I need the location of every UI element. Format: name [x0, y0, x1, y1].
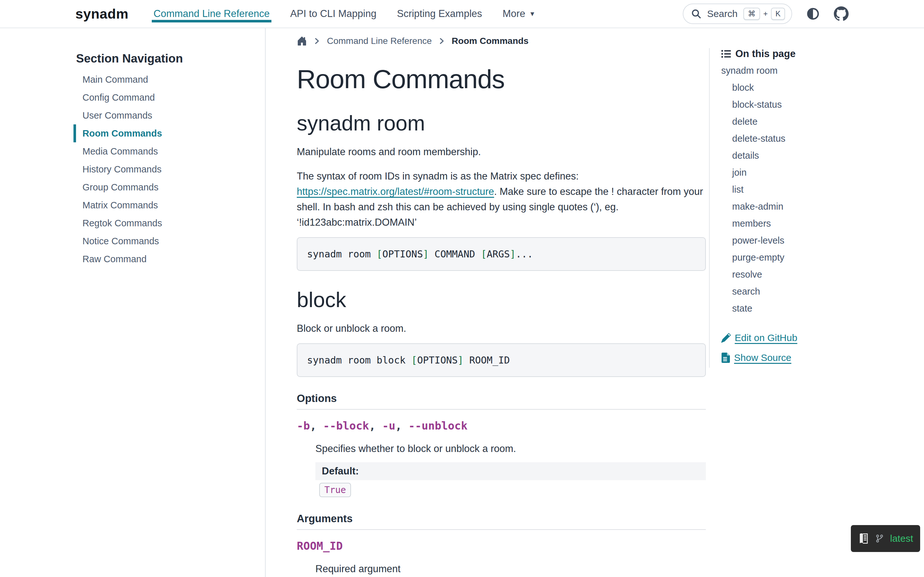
top-navigation: Command Line Reference API to CLI Mappin…	[153, 0, 535, 27]
list-icon	[721, 49, 731, 59]
main-content: Command Line Reference Room Commands Roo…	[266, 28, 709, 577]
argument-name: ROOM_ID	[297, 540, 706, 552]
breadcrumb: Command Line Reference Room Commands	[297, 36, 706, 46]
toc-item: members	[721, 215, 914, 232]
toc-item: join	[721, 164, 914, 181]
toc-item: delete-status	[721, 130, 914, 147]
theme-toggle-button[interactable]	[806, 7, 820, 21]
github-link[interactable]	[834, 6, 849, 21]
option-signature: -b, --block, -u, --unblock	[297, 419, 706, 432]
default-value-wrap: True	[319, 483, 706, 497]
sidebar-item-notice-commands: Notice Commands	[82, 232, 252, 250]
nav-command-line-reference[interactable]: Command Line Reference	[153, 0, 270, 27]
divider	[297, 409, 706, 410]
toc-item: block-status	[721, 96, 914, 113]
breadcrumb-current: Room Commands	[452, 36, 529, 46]
toc-item: resolve	[721, 266, 914, 283]
heading-block: block	[297, 287, 706, 312]
nav-api-to-cli-mapping[interactable]: API to CLI Mapping	[290, 0, 376, 27]
toc-item: list	[721, 181, 914, 198]
sidebar-item-group-commands: Group Commands	[82, 178, 252, 196]
header-actions: Search ⌘ + K	[683, 3, 849, 24]
git-branch-icon	[876, 533, 884, 544]
home-icon	[297, 36, 307, 46]
page-title: Room Commands	[297, 64, 706, 94]
sidebar-item-raw-command: Raw Command	[82, 250, 252, 268]
sidebar-item-history-commands: History Commands	[82, 160, 252, 178]
search-icon	[691, 9, 701, 19]
sidebar-item-media-commands: Media Commands	[82, 142, 252, 160]
logo[interactable]: synadm	[75, 6, 129, 22]
toc-item: details	[721, 147, 914, 164]
matrix-spec-link[interactable]: https://spec.matrix.org/latest/#room-str…	[297, 186, 494, 197]
edit-on-github-link[interactable]: Edit on GitHub	[721, 332, 914, 343]
readthedocs-version-flyout[interactable]: latest	[851, 525, 920, 552]
sidebar-title: Section Navigation	[76, 52, 252, 65]
heading-synadm-room: synadm room	[297, 111, 706, 135]
book-icon	[858, 531, 869, 546]
version-label: latest	[890, 533, 913, 544]
option-description: Specifies whether to block or unblock a …	[315, 441, 706, 456]
toc-item: state	[721, 300, 914, 317]
options-rubric: Options	[297, 392, 706, 405]
breadcrumb-parent[interactable]: Command Line Reference	[327, 36, 432, 46]
toc-item: synadm room	[721, 62, 914, 79]
toc-item: purge-empty	[721, 249, 914, 266]
chevron-right-icon	[313, 37, 320, 45]
show-source-link[interactable]: Show Source	[721, 352, 914, 363]
paragraph: Manipulate rooms and room membership.	[297, 144, 706, 160]
arguments-rubric: Arguments	[297, 513, 706, 525]
toc-item: block	[721, 79, 914, 96]
pencil-icon	[721, 333, 731, 343]
nav-scripting-examples[interactable]: Scripting Examples	[397, 0, 482, 27]
code-block-room-block: synadm room block [OPTIONS] ROOM_ID	[297, 343, 706, 377]
code-block-synadm-room: synadm room [OPTIONS] COMMAND [ARGS]...	[297, 237, 706, 271]
search-label: Search	[707, 8, 738, 19]
sidebar-item-room-commands: Room Commands	[82, 124, 252, 142]
kbd-plus: +	[763, 9, 768, 18]
on-this-page-sidebar: On this page synadm room block block-sta…	[709, 28, 924, 577]
toc-item: search	[721, 283, 914, 300]
sidebar-item-user-commands: User Commands	[82, 106, 252, 124]
toc-title: On this page	[721, 48, 914, 60]
sidebar-item-matrix-commands: Matrix Commands	[82, 196, 252, 214]
file-icon	[721, 353, 730, 363]
header: synadm Command Line Reference API to CLI…	[0, 0, 924, 28]
default-label: Default:	[315, 462, 706, 480]
sidebar-item-regtok-commands: Regtok Commands	[82, 214, 252, 232]
paragraph: Block or unblock a room.	[297, 321, 706, 336]
toc-item: make-admin	[721, 198, 914, 215]
search-button[interactable]: Search ⌘ + K	[683, 3, 792, 24]
light-dark-mode-icon	[806, 7, 820, 21]
kbd-k: K	[771, 8, 785, 20]
chevron-down-icon: ▼	[529, 10, 535, 18]
chevron-right-icon	[438, 37, 445, 45]
default-value: True	[319, 483, 351, 497]
paragraph: The syntax of room IDs in synadm is as t…	[297, 169, 706, 230]
kbd-cmd: ⌘	[743, 8, 760, 20]
toc-item: delete	[721, 113, 914, 130]
sidebar-item-main-command: Main Command	[82, 71, 252, 89]
section-block: block Block or unblock a room. synadm ro…	[297, 287, 706, 577]
breadcrumb-home[interactable]	[297, 36, 307, 46]
toc-item: power-levels	[721, 232, 914, 249]
section-navigation-sidebar: Section Navigation Main Command Config C…	[0, 28, 266, 577]
argument-description: Required argument	[315, 561, 706, 577]
github-icon	[834, 6, 849, 21]
nav-more[interactable]: More ▼	[503, 0, 535, 27]
sidebar-item-config-command: Config Command	[82, 89, 252, 106]
section-synadm-room: synadm room Manipulate rooms and room me…	[297, 111, 706, 271]
divider	[297, 529, 706, 530]
